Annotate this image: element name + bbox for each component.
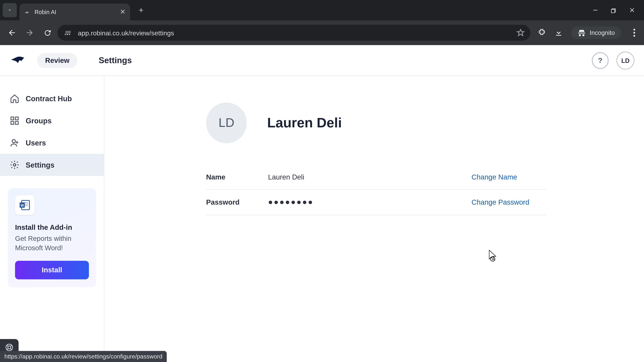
password-value: ●●●●●●●●	[268, 198, 472, 207]
browser-menu-button[interactable]	[629, 29, 640, 36]
home-icon	[10, 94, 20, 103]
word-icon: W	[15, 195, 34, 215]
sidebar-item-label: Users	[26, 139, 46, 147]
download-icon	[554, 28, 563, 37]
svg-point-15	[8, 346, 11, 349]
promo-subtitle: Get Reports within Microsoft Word!	[15, 234, 89, 253]
sidebar-item-users[interactable]: Users	[0, 132, 104, 154]
maximize-icon	[611, 7, 616, 13]
toolbar: app.robinai.co.uk/review/settings Incogn…	[0, 20, 644, 45]
close-icon	[629, 7, 635, 13]
svg-point-3	[634, 29, 635, 30]
close-tab-icon[interactable]: ✕	[120, 8, 126, 16]
reload-button[interactable]	[40, 25, 55, 40]
address-bar[interactable]: app.robinai.co.uk/review/settings	[58, 25, 530, 41]
svg-text:W: W	[20, 203, 24, 207]
profile-avatar: LD	[206, 103, 247, 143]
user-icon	[10, 138, 20, 148]
sidebar-item-label: Contract Hub	[26, 94, 72, 103]
svg-point-16	[490, 257, 495, 261]
incognito-label: Incognito	[590, 29, 615, 36]
svg-point-6	[12, 140, 16, 143]
field-row-name: Name Lauren Deli Change Name	[206, 165, 547, 190]
sidebar-item-settings[interactable]: Settings	[0, 154, 104, 176]
review-label: Review	[45, 56, 70, 64]
review-nav-pill[interactable]: Review	[37, 53, 78, 68]
chevron-down-icon	[7, 7, 13, 13]
app-header: Review Settings ? LD	[0, 45, 644, 76]
settings-main: LD Lauren Deli Name Lauren Deli Change N…	[104, 76, 644, 362]
incognito-icon	[577, 29, 586, 36]
change-name-link[interactable]: Change Name	[472, 173, 517, 181]
arrow-right-icon	[25, 28, 34, 37]
plus-icon	[138, 7, 144, 14]
help-icon: ?	[598, 56, 602, 64]
sidebar-item-label: Settings	[26, 161, 54, 169]
extensions-icon	[538, 28, 546, 37]
window-controls	[592, 7, 644, 13]
browser-chrome: Robin AI ✕	[0, 0, 644, 45]
svg-point-7	[14, 164, 16, 166]
tab-robin-ai[interactable]: Robin AI ✕	[20, 3, 130, 20]
status-bar: https://app.robinai.co.uk/review/setting…	[0, 351, 167, 362]
sidebar-item-label: Groups	[26, 116, 52, 125]
reload-icon	[43, 28, 52, 37]
cursor-icon	[488, 249, 497, 262]
profile-header: LD Lauren Deli	[206, 103, 608, 143]
field-row-password: Password ●●●●●●●● Change Password	[206, 190, 547, 215]
robin-logo-icon[interactable]	[10, 51, 28, 70]
page-title: Settings	[99, 55, 132, 65]
addin-promo-card: W Install the Add-in Get Reports within …	[8, 188, 96, 287]
header-right: ? LD	[592, 51, 634, 69]
tab-strip: Robin AI ✕	[0, 0, 644, 20]
grid-icon	[10, 116, 20, 125]
app-body: Contract Hub Groups Users Settings	[0, 76, 644, 362]
tab-title: Robin AI	[34, 8, 116, 15]
incognito-indicator[interactable]: Incognito	[571, 26, 621, 39]
svg-rect-0	[593, 10, 598, 10]
name-label: Name	[206, 173, 268, 181]
profile-display-name: Lauren Deli	[267, 115, 342, 131]
password-label: Password	[206, 198, 268, 206]
gear-icon	[10, 160, 20, 170]
svg-point-5	[634, 35, 635, 37]
sidebar-item-groups[interactable]: Groups	[0, 110, 104, 132]
install-addin-button[interactable]: Install	[15, 261, 89, 279]
star-icon	[516, 28, 525, 37]
tab-search-dropdown[interactable]	[3, 3, 17, 17]
site-info-icon[interactable]	[63, 27, 74, 38]
minimize-button[interactable]	[592, 7, 598, 13]
svg-rect-2	[611, 9, 615, 12]
extensions-button[interactable]	[538, 28, 546, 37]
change-password-link[interactable]: Change Password	[472, 198, 529, 206]
install-button-label: Install	[42, 266, 62, 274]
header-avatar[interactable]: LD	[617, 51, 634, 69]
name-value: Lauren Deli	[268, 173, 472, 181]
url-text: app.robinai.co.uk/review/settings	[78, 29, 512, 36]
favicon-icon	[24, 8, 31, 15]
back-button[interactable]	[4, 25, 20, 40]
help-button[interactable]: ?	[592, 52, 608, 69]
promo-title: Install the Add-in	[15, 224, 89, 232]
toolbar-right: Incognito	[533, 26, 640, 39]
arrow-left-icon	[8, 28, 16, 37]
minimize-icon	[592, 7, 598, 13]
kebab-icon	[634, 29, 635, 36]
close-window-button[interactable]	[629, 7, 635, 13]
bookmark-button[interactable]	[516, 28, 525, 37]
profile-avatar-initials: LD	[218, 116, 234, 130]
new-tab-button[interactable]	[134, 3, 148, 17]
avatar-initials: LD	[621, 57, 630, 64]
app-root: Review Settings ? LD Contract Hub	[0, 45, 644, 362]
lifebuoy-icon	[5, 343, 14, 352]
forward-button[interactable]	[22, 25, 37, 40]
sidebar-item-contract-hub[interactable]: Contract Hub	[0, 87, 104, 110]
svg-point-4	[634, 32, 635, 34]
downloads-button[interactable]	[554, 28, 563, 37]
sidebar: Contract Hub Groups Users Settings	[0, 76, 104, 362]
maximize-button[interactable]	[611, 7, 616, 13]
